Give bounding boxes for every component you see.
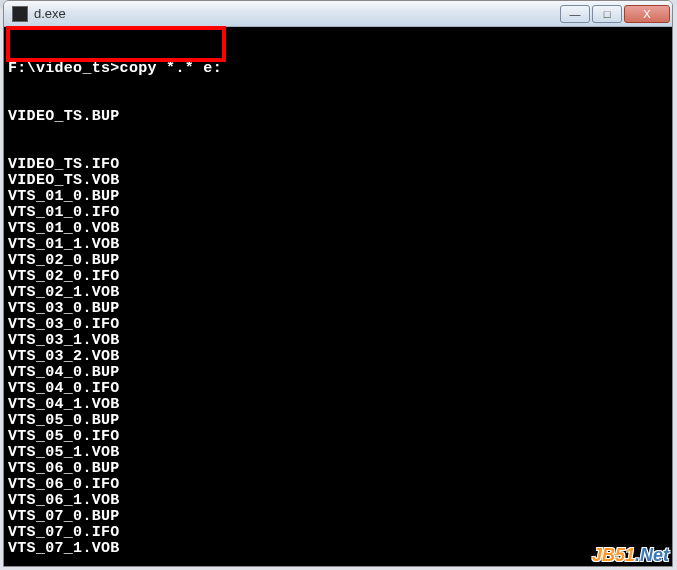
prompt-line: F:\video_ts>copy *.* e: [4, 61, 672, 77]
cmd-window: d.exe — □ X F:\video_ts>copy *.* e: VIDE… [3, 0, 673, 567]
file-line: VTS_06_0.BUP [4, 461, 672, 477]
file-line: VIDEO_TS.VOB [4, 173, 672, 189]
title-left: d.exe [12, 6, 66, 22]
file-line: VTS_03_0.BUP [4, 301, 672, 317]
file-line: VTS_05_0.BUP [4, 413, 672, 429]
close-button[interactable]: X [624, 5, 670, 23]
file-line: VTS_05_1.VOB [4, 445, 672, 461]
minimize-button[interactable]: — [560, 5, 590, 23]
file-line: VTS_03_2.VOB [4, 349, 672, 365]
file-line: VTS_03_1.VOB [4, 333, 672, 349]
file-line: VIDEO_TS.IFO [4, 157, 672, 173]
file-line: VTS_02_0.IFO [4, 269, 672, 285]
maximize-button[interactable]: □ [592, 5, 622, 23]
file-line: VTS_07_0.BUP [4, 509, 672, 525]
file-line: VTS_07_1.VOB [4, 541, 672, 557]
file-line: VTS_01_0.IFO [4, 205, 672, 221]
file-line: VTS_04_1.VOB [4, 397, 672, 413]
file-line: VTS_01_0.BUP [4, 189, 672, 205]
watermark: JB51.Net [592, 545, 669, 566]
file-line: VTS_02_0.BUP [4, 253, 672, 269]
window-title: d.exe [34, 6, 66, 21]
file-line: VTS_01_1.VOB [4, 237, 672, 253]
file-line: VTS_02_1.VOB [4, 285, 672, 301]
file-line: VTS_04_0.BUP [4, 365, 672, 381]
file-line: VTS_06_0.IFO [4, 477, 672, 493]
file-line: VTS_05_0.IFO [4, 429, 672, 445]
file-line: VTS_03_0.IFO [4, 317, 672, 333]
app-icon [12, 6, 28, 22]
file-line: VTS_01_0.VOB [4, 221, 672, 237]
window-controls: — □ X [558, 5, 670, 23]
file-line: VIDEO_TS.BUP [4, 109, 672, 125]
terminal-output[interactable]: F:\video_ts>copy *.* e: VIDEO_TS.BUP VID… [4, 27, 672, 566]
file-line: VTS_07_0.IFO [4, 525, 672, 541]
titlebar[interactable]: d.exe — □ X [4, 1, 672, 27]
file-line: VTS_04_0.IFO [4, 381, 672, 397]
file-line: VTS_06_1.VOB [4, 493, 672, 509]
